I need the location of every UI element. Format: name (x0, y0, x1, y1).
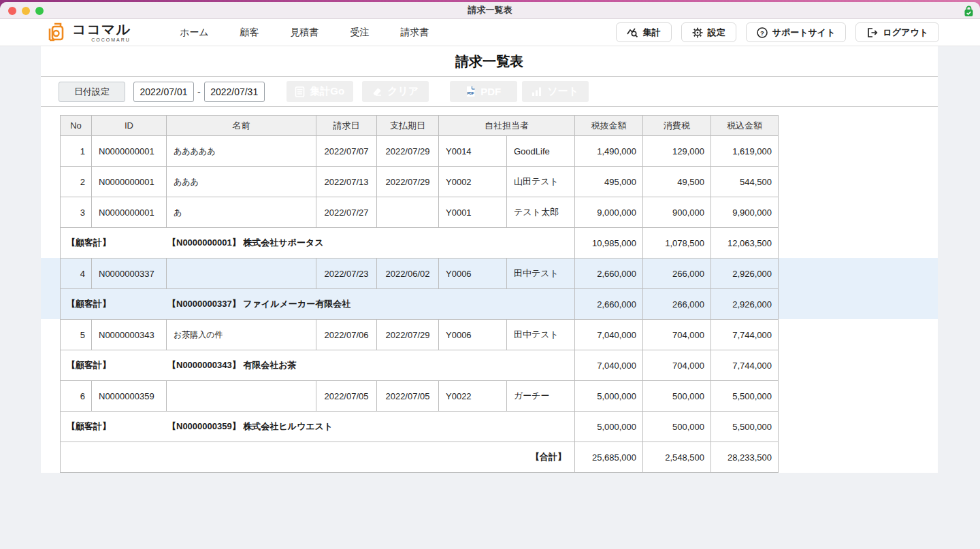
cell-invoice-date: 2022/07/05 (316, 381, 377, 412)
minimize-window-button[interactable] (22, 7, 30, 15)
settings-button-label: 設定 (708, 27, 725, 39)
subtotal-customer: 【N0000000343】 有限会社お茶 (161, 359, 297, 371)
cell-tax: 500,000 (643, 412, 711, 442)
aggregate-go-label: 集計Go (310, 85, 344, 98)
toolbar: 日付設定 - 集計Go クリア (41, 77, 938, 107)
cell-invoice-date: 2022/07/27 (316, 197, 377, 228)
cell-total: 7,744,000 (711, 320, 779, 350)
grand-total-label: 【合計】 (61, 442, 575, 473)
page-title-row: 請求一覧表 (41, 46, 938, 77)
col-header-id: ID (92, 116, 167, 136)
cell-subtotal: 2,660,000 (575, 259, 643, 289)
cell-invoice-date: 2022/07/23 (316, 259, 377, 289)
window-title: 請求一覧表 (468, 4, 512, 16)
cell-subtotal: 5,000,000 (575, 412, 643, 442)
sort-button-label: ソート (547, 85, 578, 98)
nav-item-home[interactable]: ホーム (180, 27, 209, 39)
col-header-subtotal: 税抜金額 (575, 116, 643, 136)
cell-tax: 266,000 (643, 289, 711, 320)
cell-invoice-date: 2022/07/07 (316, 136, 377, 167)
nav-item-customers[interactable]: 顧客 (240, 27, 259, 39)
cell-due-date: 2022/07/29 (377, 167, 439, 197)
brand-subname: COCOMARU (91, 37, 131, 42)
cell-due-date (377, 197, 439, 228)
cell-subtotal-label-group: 【顧客計】【N0000000359】 株式会社ヒルウエスト (61, 412, 575, 442)
col-header-name: 名前 (167, 116, 316, 136)
cell-no: 6 (61, 381, 92, 412)
brand-name: ココマル (72, 22, 131, 36)
cell-total: 7,744,000 (711, 350, 779, 381)
customer-subtotal-row: 【顧客計】【N0000000337】 ファイルメーカー有限会社2,660,000… (61, 289, 779, 320)
cell-tax: 1,078,500 (643, 228, 711, 259)
cell-name (167, 259, 316, 289)
invoice-table-wrap: No ID 名前 請求日 支払期日 自社担当者 税抜金額 消費税 税込金額 1N… (60, 115, 938, 473)
cell-no: 2 (61, 167, 92, 197)
secure-lock-icon (964, 5, 974, 17)
close-window-button[interactable] (8, 7, 16, 15)
invoice-data-row[interactable]: 5N0000000343お茶購入の件2022/07/062022/07/29Y0… (61, 320, 779, 350)
page-content: 請求一覧表 日付設定 - 集計Go (0, 46, 980, 548)
cell-staff-name: 山田テスト (507, 167, 575, 197)
table-header-row: No ID 名前 請求日 支払期日 自社担当者 税抜金額 消費税 税込金額 (61, 116, 779, 136)
sort-button[interactable]: ソート (522, 81, 589, 102)
page-title: 請求一覧表 (455, 52, 523, 71)
cell-name: お茶購入の件 (167, 320, 316, 350)
invoice-data-row[interactable]: 1N0000000001あああああ2022/07/072022/07/29Y00… (61, 136, 779, 167)
brand-logo[interactable]: ココマル COCOMARU (46, 22, 131, 44)
customer-subtotal-row: 【顧客計】【N0000000001】 株式会社サポータス10,985,0001,… (61, 228, 779, 259)
support-site-button[interactable]: ? サポートサイト (746, 22, 847, 42)
aggregate-button[interactable]: 集計 (616, 22, 672, 42)
invoice-data-row[interactable]: 3N0000000001あ2022/07/27Y0001テスト太郎9,000,0… (61, 197, 779, 228)
navbar: ココマル COCOMARU ホーム 顧客 見積書 受注 請求書 集計 (0, 19, 980, 46)
cell-tax: 900,000 (643, 197, 711, 228)
cell-staff-code: Y0014 (439, 136, 507, 167)
cell-staff-code: Y0001 (439, 197, 507, 228)
cell-subtotal: 25,685,000 (575, 442, 643, 473)
cell-staff-name: 田中テスト (507, 320, 575, 350)
cell-id: N0000000359 (92, 381, 167, 412)
aggregate-button-label: 集計 (643, 27, 661, 39)
cell-due-date: 2022/06/02 (377, 259, 439, 289)
date-to-input[interactable] (204, 82, 265, 102)
invoice-data-row[interactable]: 2N0000000001あああ2022/07/132022/07/29Y0002… (61, 167, 779, 197)
cell-due-date: 2022/07/05 (377, 381, 439, 412)
subtotal-label: 【顧客計】 (61, 420, 161, 433)
aggregate-go-button[interactable]: 集計Go (287, 81, 353, 102)
date-from-input[interactable] (133, 82, 194, 102)
cell-staff-code: Y0006 (439, 259, 507, 289)
cell-tax: 266,000 (643, 259, 711, 289)
cell-subtotal: 2,660,000 (575, 289, 643, 320)
grand-total-row: 【合計】25,685,0002,548,50028,233,500 (61, 442, 779, 473)
pdf-button[interactable]: PDF PDF (450, 81, 517, 102)
cell-subtotal: 1,490,000 (575, 136, 643, 167)
cell-id: N0000000001 (92, 136, 167, 167)
logout-icon (866, 27, 878, 38)
subtotal-customer: 【N0000000359】 株式会社ヒルウエスト (161, 420, 333, 433)
invoice-table: No ID 名前 請求日 支払期日 自社担当者 税抜金額 消費税 税込金額 1N… (60, 115, 779, 473)
cell-name: あああああ (167, 136, 316, 167)
cell-subtotal-label-group: 【顧客計】【N0000000337】 ファイルメーカー有限会社 (61, 289, 575, 320)
col-header-invoice-date: 請求日 (316, 116, 377, 136)
nav-item-invoices[interactable]: 請求書 (401, 27, 429, 39)
clear-button[interactable]: クリア (362, 81, 429, 102)
cell-staff-name: GoodLife (507, 136, 575, 167)
subtotal-customer: 【N0000000001】 株式会社サポータス (161, 237, 324, 249)
cell-no: 4 (61, 259, 92, 289)
cell-no: 3 (61, 197, 92, 228)
nav-item-quotes[interactable]: 見積書 (291, 27, 319, 39)
settings-button[interactable]: 設定 (681, 22, 736, 42)
date-setting-button[interactable]: 日付設定 (59, 82, 125, 102)
zoom-window-button[interactable] (35, 7, 44, 15)
cell-staff-name: テスト太郎 (507, 197, 575, 228)
invoice-data-row[interactable]: 6N00000003592022/07/052022/07/05Y0022ガーチ… (61, 381, 779, 412)
subtotal-label: 【顧客計】 (61, 237, 161, 249)
invoice-data-row[interactable]: 4N00000003372022/07/232022/06/02Y0006田中テ… (61, 259, 779, 289)
cell-id: N0000000337 (92, 259, 167, 289)
logout-button[interactable]: ログアウト (855, 22, 939, 42)
support-site-button-label: サポートサイト (772, 27, 836, 39)
nav-item-orders[interactable]: 受注 (350, 27, 370, 39)
cell-total: 5,500,000 (711, 381, 779, 412)
header-actions: 集計 設定 ? (616, 22, 939, 42)
traffic-lights (8, 7, 44, 15)
cell-tax: 129,000 (643, 136, 711, 167)
